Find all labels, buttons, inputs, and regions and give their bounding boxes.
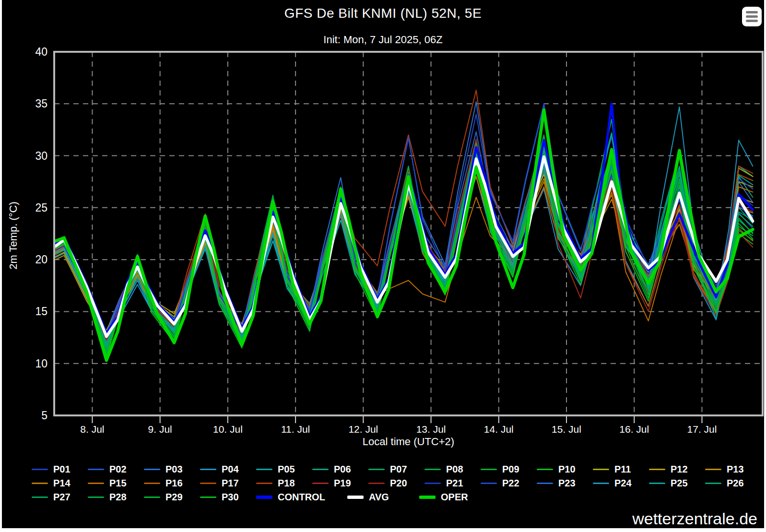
legend-item-p14: P14 [32,478,88,489]
legend-item-avg: AVG [347,492,419,503]
legend-label: P05 [278,464,295,475]
legend-line-swatch [537,469,553,470]
legend-line-swatch [256,469,272,470]
legend-item-p21: P21 [424,478,481,489]
legend-item-p23: P23 [537,478,593,489]
legend-label: P23 [558,478,576,489]
legend-line-swatch [32,469,48,470]
legend-label: P10 [558,464,576,475]
legend-item-p15: P15 [88,478,144,489]
y-tick-label: 40 [35,46,47,58]
x-tick-label: 16. Jul [619,424,649,435]
legend-line-swatch [200,497,216,498]
legend-item-p04: P04 [200,464,256,475]
legend-item-p07: P07 [368,464,424,475]
legend-label: P29 [165,492,183,503]
legend-item-p01: P01 [32,464,88,475]
legend-line-swatch [88,469,104,470]
legend-label: P13 [727,464,744,475]
legend-line-swatch [144,497,160,498]
legend-item-p08: P08 [424,464,481,475]
legend-label: P07 [390,464,407,475]
legend-label: P02 [109,464,127,475]
legend-line-swatch [32,483,48,484]
x-tick-label: 8. Jul [80,424,104,435]
legend-label: P25 [671,478,688,489]
x-tick-label: 17. Jul [687,424,717,435]
ensemble-plot-canvas: 8. Jul9. Jul10. Jul11. Jul12. Jul13. Jul… [0,0,766,461]
legend-label: P09 [502,464,519,475]
watermark: wetterzentrale.de [632,509,757,528]
legend-label: P18 [278,478,295,489]
legend-item-p02: P02 [88,464,144,475]
legend-line-swatch [32,497,48,498]
legend-line-swatch [312,469,329,470]
legend-label: CONTROL [278,492,325,503]
legend-label: P12 [671,464,688,475]
series-line-p18 [56,90,753,335]
legend-label: P04 [222,464,239,475]
legend-line-swatch [481,483,497,484]
y-tick-label: 10 [35,357,47,370]
legend-item-p11: P11 [593,464,649,475]
legend-line-swatch [88,497,104,498]
x-tick-label: 9. Jul [148,424,172,435]
y-tick-label: 25 [35,201,47,214]
legend-item-p12: P12 [649,464,705,475]
legend-item-p09: P09 [481,464,537,475]
legend-label: AVG [369,492,389,503]
legend-label: P27 [53,492,71,503]
x-tick-label: 10. Jul [213,424,243,435]
legend-line-swatch [347,496,364,499]
legend-item-p17: P17 [200,478,256,489]
legend-line-swatch [649,483,665,484]
legend: P01P02P03P04P05P06P07P08P09P10P11P12P13P… [32,462,761,504]
legend-line-swatch [144,483,160,484]
legend-item-p26: P26 [705,478,761,489]
legend-label: OPER [441,492,468,503]
legend-label: P17 [222,478,239,489]
legend-line-swatch [200,483,216,484]
legend-item-oper: OPER [419,492,491,503]
x-tick-label: 14. Jul [484,424,514,435]
legend-label: P24 [614,478,632,489]
legend-label: P30 [222,492,239,503]
x-tick-label: 11. Jul [281,424,310,435]
x-tick-label: 15. Jul [552,424,581,435]
legend-label: P21 [446,478,463,489]
legend-line-swatch [200,469,216,470]
legend-item-p30: P30 [200,492,256,503]
legend-item-p29: P29 [144,492,200,503]
legend-line-swatch [424,483,441,484]
legend-line-swatch [649,469,665,470]
legend-line-swatch [256,483,272,484]
x-tick-label: 13. Jul [416,424,446,435]
y-tick-label: 15 [35,305,47,318]
legend-line-swatch [312,483,329,484]
y-tick-label: 20 [35,253,47,266]
legend-line-swatch [256,496,272,499]
legend-item-p19: P19 [312,478,368,489]
legend-item-p20: P20 [368,478,424,489]
legend-label: P14 [53,478,71,489]
legend-item-control: CONTROL [256,492,347,503]
legend-label: P26 [727,478,744,489]
legend-label: P28 [109,492,127,503]
legend-line-swatch [419,496,436,499]
ensemble-plot: 8. Jul9. Jul10. Jul11. Jul12. Jul13. Jul… [0,0,766,461]
legend-label: P01 [53,464,71,475]
x-axis-label: Local time (UTC+2) [54,436,763,448]
legend-item-p18: P18 [256,478,312,489]
legend-line-swatch [705,483,721,484]
legend-row: P27P28P29P30CONTROLAVGOPER [32,490,761,504]
legend-item-p22: P22 [481,478,537,489]
x-tick-label: 12. Jul [348,424,378,435]
legend-label: P16 [165,478,183,489]
legend-item-p27: P27 [32,492,88,503]
legend-row: P14P15P16P17P18P19P20P21P22P23P24P25P26 [32,476,761,490]
y-tick-label: 30 [35,150,47,162]
legend-line-swatch [424,469,441,470]
legend-item-p25: P25 [649,478,705,489]
legend-line-swatch [593,469,609,470]
legend-label: P15 [109,478,127,489]
